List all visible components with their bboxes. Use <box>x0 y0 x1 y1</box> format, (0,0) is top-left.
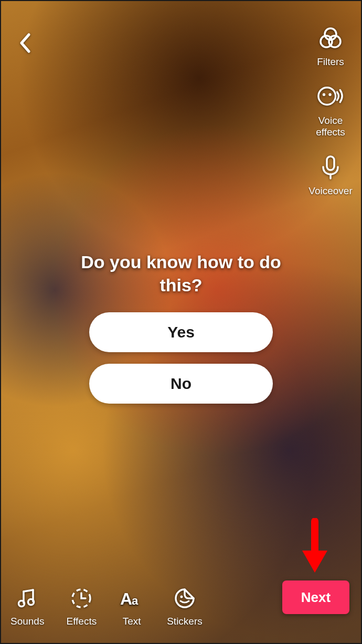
poll-option-yes[interactable]: Yes <box>89 312 273 352</box>
voiceover-button[interactable]: Voiceover <box>308 154 352 197</box>
text-button[interactable]: A a Text <box>119 585 145 627</box>
chevron-left-icon <box>18 33 33 54</box>
voice-effects-icon <box>317 83 344 111</box>
stickers-button[interactable]: Stickers <box>167 585 203 627</box>
svg-point-5 <box>328 93 331 96</box>
filters-icon <box>317 25 344 52</box>
svg-point-3 <box>318 88 336 105</box>
voice-effects-button[interactable]: Voice effects <box>316 83 345 138</box>
poll-sticker[interactable]: Do you know how to do this? Yes No <box>71 250 291 415</box>
svg-marker-15 <box>302 551 327 573</box>
effects-label: Effects <box>66 616 97 627</box>
poll-option-no[interactable]: No <box>89 364 273 404</box>
back-button[interactable] <box>13 30 39 56</box>
svg-point-8 <box>19 601 25 607</box>
voiceover-icon <box>317 154 344 181</box>
filters-button[interactable]: Filters <box>317 25 344 68</box>
svg-point-13 <box>180 596 183 598</box>
svg-point-9 <box>28 599 34 605</box>
sounds-icon <box>14 585 40 611</box>
stickers-label: Stickers <box>167 616 203 627</box>
stickers-icon <box>172 585 198 611</box>
voiceover-label: Voiceover <box>308 185 352 197</box>
filters-label: Filters <box>317 56 344 68</box>
right-toolbar: Filters Voice effects <box>304 25 357 196</box>
sounds-label: Sounds <box>10 616 44 627</box>
svg-text:a: a <box>132 594 139 607</box>
next-button-label: Next <box>301 589 331 606</box>
svg-point-4 <box>323 93 325 96</box>
poll-question: Do you know how to do this? <box>71 250 291 297</box>
text-label: Text <box>123 616 141 627</box>
effects-button[interactable]: Effects <box>66 585 97 627</box>
voice-effects-label: Voice effects <box>316 115 345 138</box>
svg-text:A: A <box>120 589 132 608</box>
annotation-arrow-icon <box>299 518 331 576</box>
next-button[interactable]: Next <box>282 580 349 614</box>
svg-rect-6 <box>327 156 334 170</box>
video-editor-screen: Filters Voice effects <box>0 0 362 644</box>
effects-icon <box>68 585 94 611</box>
text-icon: A a <box>119 585 145 611</box>
sounds-button[interactable]: Sounds <box>10 585 44 627</box>
bottom-toolbar: Sounds Effects A a Text <box>10 585 203 627</box>
